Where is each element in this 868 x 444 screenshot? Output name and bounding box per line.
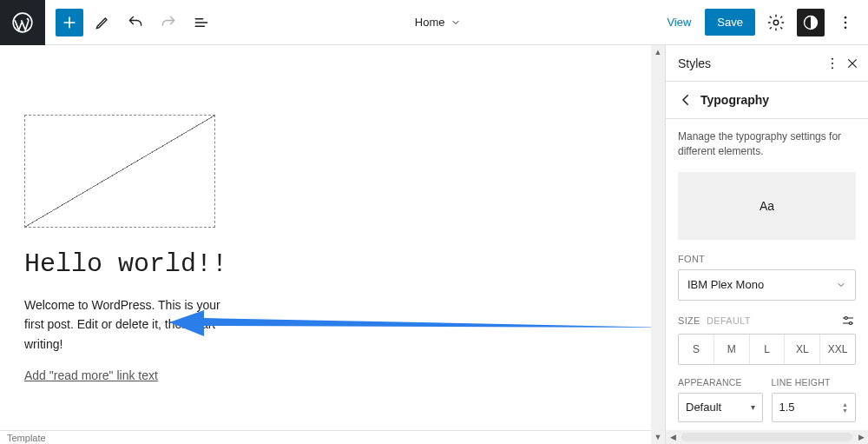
- svg-point-8: [832, 67, 833, 69]
- editor-topbar: Home View Save: [0, 0, 868, 45]
- size-option-l[interactable]: L: [750, 335, 786, 364]
- undo-icon: [127, 14, 144, 31]
- size-segmented[interactable]: S M L XL XXL: [678, 334, 856, 365]
- size-label-row: SIZE DEFAULT: [666, 313, 868, 328]
- scroll-right-arrow-icon[interactable]: ▶: [854, 433, 868, 441]
- gear-icon: [766, 13, 786, 32]
- svg-point-9: [845, 316, 847, 319]
- font-value: IBM Plex Mono: [687, 278, 764, 291]
- chevron-left-icon: [678, 92, 694, 108]
- featured-image-placeholder[interactable]: [24, 115, 215, 228]
- panel-menu-button[interactable]: [825, 56, 840, 71]
- block-inserter-button[interactable]: [56, 9, 83, 36]
- size-option-xl[interactable]: XL: [785, 335, 820, 364]
- kebab-icon: [825, 56, 840, 71]
- toolbar-left: [45, 9, 215, 36]
- svg-point-3: [845, 16, 847, 18]
- page-title-text: Home: [415, 16, 445, 29]
- redo-button[interactable]: [155, 9, 182, 36]
- styles-panel: Styles Typography Manage the typography …: [665, 45, 868, 444]
- page-title-dropdown[interactable]: Home: [215, 16, 660, 29]
- list-icon: [193, 14, 210, 31]
- lineheight-input[interactable]: 1.5 ▲▼: [772, 393, 857, 422]
- typography-description: Manage the typography settings for diffe…: [666, 119, 868, 172]
- styles-button[interactable]: [797, 9, 825, 36]
- wordpress-icon: [11, 11, 34, 34]
- svg-point-1: [773, 20, 779, 25]
- post-title[interactable]: Hello world!!: [24, 249, 260, 280]
- size-option-s[interactable]: S: [679, 335, 714, 364]
- chevron-down-icon: [450, 17, 461, 28]
- appearance-value: Default: [686, 401, 721, 414]
- svg-point-7: [832, 62, 833, 63]
- preview-sample: Aa: [760, 199, 774, 213]
- panel-close-button[interactable]: [845, 56, 859, 70]
- appearance-select[interactable]: Default ▾: [678, 393, 763, 422]
- typography-preview: Aa: [678, 172, 856, 240]
- panel-horizontal-scrollbar[interactable]: ◀ ▶: [666, 430, 868, 444]
- typography-breadcrumb[interactable]: Typography: [666, 82, 868, 119]
- contrast-icon: [802, 14, 819, 31]
- editor-canvas[interactable]: Hello world!! Welcome to WordPress. This…: [0, 45, 665, 444]
- save-button[interactable]: Save: [705, 9, 755, 36]
- post-excerpt[interactable]: Welcome to WordPress. This is your first…: [24, 295, 233, 354]
- size-option-m[interactable]: M: [714, 335, 750, 364]
- font-select[interactable]: IBM Plex Mono: [678, 269, 856, 301]
- styles-panel-body: Manage the typography settings for diffe…: [666, 119, 868, 430]
- styles-panel-header: Styles: [666, 45, 868, 82]
- appearance-lineheight-row: APPEARANCE Default ▾ LINE HEIGHT 1.5 ▲▼: [666, 377, 868, 430]
- sliders-icon[interactable]: [840, 313, 856, 328]
- options-button[interactable]: [832, 9, 859, 36]
- scroll-down-arrow-icon[interactable]: ▼: [651, 430, 665, 444]
- post-preview: Hello world!! Welcome to WordPress. This…: [0, 45, 260, 383]
- scroll-track[interactable]: [651, 59, 665, 430]
- edit-tool-button[interactable]: [89, 9, 116, 36]
- redo-icon: [160, 14, 177, 31]
- close-icon: [845, 56, 859, 70]
- chevron-down-icon: [836, 280, 846, 290]
- scroll-up-arrow-icon[interactable]: ▲: [651, 45, 665, 59]
- wordpress-logo[interactable]: [0, 0, 45, 45]
- settings-button[interactable]: [762, 9, 790, 36]
- kebab-icon: [837, 14, 854, 31]
- editor-footer: Template: [0, 430, 651, 444]
- appearance-label: APPEARANCE: [678, 377, 763, 388]
- size-option-xxl[interactable]: XXL: [820, 335, 855, 364]
- footer-template-label: Template: [7, 433, 46, 443]
- canvas-content: Hello world!! Welcome to WordPress. This…: [0, 45, 651, 430]
- read-more-placeholder[interactable]: Add "read more" link text: [24, 368, 158, 382]
- view-button[interactable]: View: [660, 10, 698, 34]
- svg-point-4: [845, 21, 847, 23]
- scroll-left-arrow-icon[interactable]: ◀: [666, 433, 680, 441]
- chevron-down-icon: ▾: [751, 402, 755, 412]
- plus-icon: [61, 14, 78, 31]
- toolbar-right: View Save: [660, 9, 868, 36]
- styles-panel-title: Styles: [678, 56, 711, 70]
- svg-point-6: [832, 57, 833, 59]
- svg-point-5: [845, 26, 847, 29]
- undo-button[interactable]: [122, 9, 149, 36]
- font-label: FONT: [666, 254, 868, 264]
- lineheight-value: 1.5: [779, 401, 795, 414]
- scroll-track[interactable]: [681, 433, 852, 441]
- lineheight-label: LINE HEIGHT: [772, 377, 857, 388]
- number-spinner-icon[interactable]: ▲▼: [842, 401, 848, 414]
- pencil-icon: [94, 14, 111, 31]
- canvas-vertical-scrollbar[interactable]: ▲ ▼: [651, 45, 665, 444]
- svg-point-10: [850, 321, 852, 324]
- document-overview-button[interactable]: [187, 9, 215, 36]
- editor-body: Hello world!! Welcome to WordPress. This…: [0, 45, 868, 444]
- typography-title: Typography: [700, 93, 769, 107]
